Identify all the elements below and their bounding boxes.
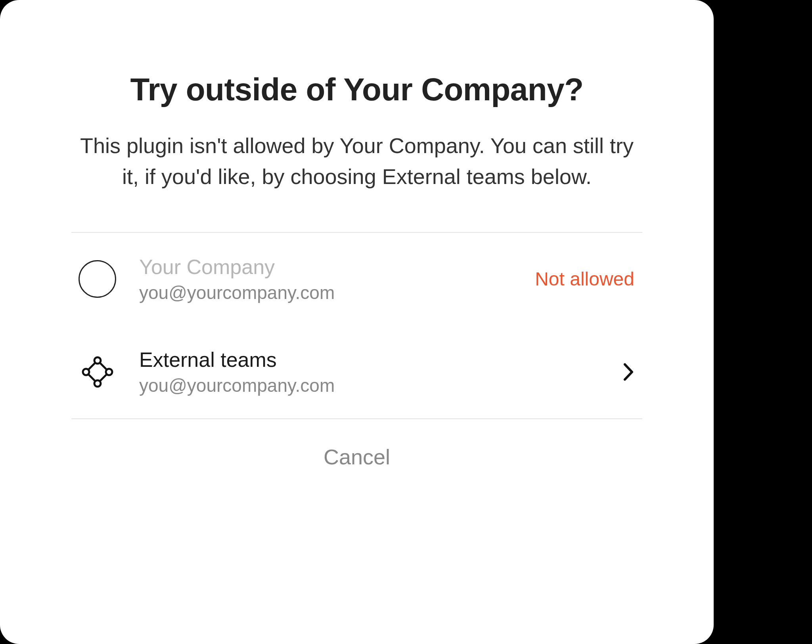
team-option-text: External teams you@yourcompany.com xyxy=(139,348,599,396)
team-option-text: Your Company you@yourcompany.com xyxy=(139,255,512,303)
avatar-icon xyxy=(79,260,116,298)
dialog-title: Try outside of Your Company? xyxy=(130,71,583,108)
svg-point-5 xyxy=(83,369,89,375)
not-allowed-badge: Not allowed xyxy=(535,268,634,290)
team-option-subtitle: you@yourcompany.com xyxy=(139,375,599,396)
team-option-your-company: Your Company you@yourcompany.com Not all… xyxy=(71,233,642,326)
dialog-subtitle: This plugin isn't allowed by Your Compan… xyxy=(71,130,642,192)
plugin-permission-dialog: Try outside of Your Company? This plugin… xyxy=(0,0,714,644)
svg-point-6 xyxy=(94,380,101,387)
cancel-button[interactable]: Cancel xyxy=(308,437,406,477)
team-option-title: External teams xyxy=(139,348,599,372)
divider xyxy=(71,418,642,419)
svg-point-7 xyxy=(106,369,112,375)
dialog-actions: Cancel xyxy=(71,437,642,477)
team-option-external-teams[interactable]: External teams you@yourcompany.com xyxy=(71,326,642,418)
svg-point-4 xyxy=(94,357,101,364)
network-icon xyxy=(79,353,116,391)
team-option-subtitle: you@yourcompany.com xyxy=(139,282,512,303)
team-options-list: Your Company you@yourcompany.com Not all… xyxy=(71,232,642,419)
team-option-status: Not allowed xyxy=(535,268,634,290)
chevron-right-icon xyxy=(622,362,634,382)
team-option-title: Your Company xyxy=(139,255,512,279)
